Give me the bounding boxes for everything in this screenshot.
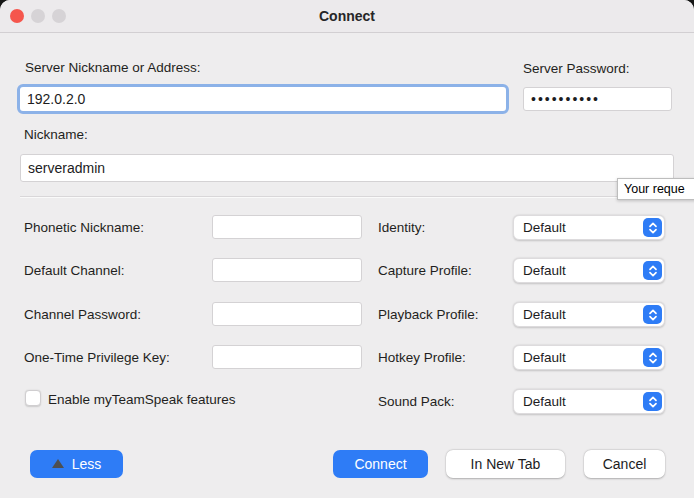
chevron-up-down-icon (643, 348, 662, 367)
channel-password-label: Channel Password: (24, 307, 141, 322)
playback-profile-dropdown[interactable]: Default (513, 302, 665, 327)
in-new-tab-button-label: In New Tab (471, 456, 541, 472)
server-password-label: Server Password: (523, 61, 630, 76)
hotkey-profile-label: Hotkey Profile: (378, 350, 466, 365)
triangle-up-icon (52, 459, 64, 468)
hotkey-profile-dropdown-value: Default (514, 350, 643, 365)
myteamspeak-checkbox-label: Enable myTeamSpeak features (48, 392, 236, 407)
tooltip: Your reque (617, 178, 694, 200)
section-divider (20, 196, 674, 198)
less-button[interactable]: Less (30, 450, 123, 478)
in-new-tab-button[interactable]: In New Tab (446, 450, 565, 478)
phonetic-nickname-label: Phonetic Nickname: (24, 220, 144, 235)
server-address-input[interactable] (17, 84, 509, 114)
server-password-input[interactable] (523, 87, 672, 111)
cancel-button[interactable]: Cancel (584, 450, 665, 478)
playback-profile-dropdown-value: Default (514, 307, 643, 322)
cancel-button-label: Cancel (603, 456, 647, 472)
sound-pack-label: Sound Pack: (378, 394, 455, 409)
myteamspeak-checkbox[interactable] (25, 390, 41, 406)
default-channel-input[interactable] (212, 258, 362, 282)
hotkey-profile-dropdown[interactable]: Default (513, 345, 665, 370)
server-address-label: Server Nickname or Address: (25, 60, 201, 75)
connect-dialog: Connect Server Nickname or Address: Serv… (0, 0, 694, 498)
less-button-label: Less (72, 456, 102, 472)
phonetic-nickname-input[interactable] (212, 215, 362, 239)
window-title: Connect (0, 0, 694, 33)
channel-password-input[interactable] (212, 302, 362, 326)
chevron-up-down-icon (643, 305, 662, 324)
capture-profile-label: Capture Profile: (378, 263, 472, 278)
title-bar: Connect (0, 0, 694, 33)
privilege-key-input[interactable] (212, 345, 362, 369)
chevron-up-down-icon (643, 218, 662, 237)
sound-pack-dropdown[interactable]: Default (513, 389, 665, 414)
sound-pack-dropdown-value: Default (514, 394, 643, 409)
identity-dropdown[interactable]: Default (513, 215, 665, 240)
connect-button-label: Connect (354, 456, 406, 472)
playback-profile-label: Playback Profile: (378, 307, 479, 322)
capture-profile-dropdown-value: Default (514, 263, 643, 278)
chevron-up-down-icon (643, 392, 662, 411)
nickname-label: Nickname: (24, 127, 88, 142)
nickname-input[interactable] (20, 154, 674, 182)
default-channel-label: Default Channel: (24, 263, 125, 278)
identity-label: Identity: (378, 220, 425, 235)
chevron-up-down-icon (643, 261, 662, 280)
capture-profile-dropdown[interactable]: Default (513, 258, 665, 283)
connect-button[interactable]: Connect (333, 450, 428, 478)
privilege-key-label: One-Time Privilege Key: (24, 350, 170, 365)
identity-dropdown-value: Default (514, 220, 643, 235)
